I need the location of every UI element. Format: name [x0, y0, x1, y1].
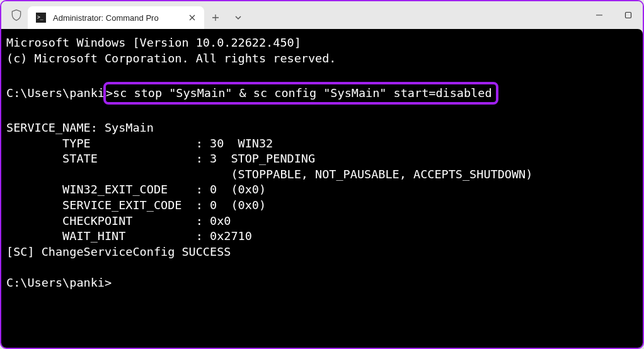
active-tab[interactable]: >_ Administrator: Command Pro: [28, 6, 204, 29]
win32-exit-line: WIN32_EXIT_CODE : 0 (0x0): [6, 183, 266, 196]
cmd-icon: >_: [35, 12, 47, 23]
sc-success-line: [SC] ChangeServiceConfig SUCCESS: [6, 245, 231, 258]
tab-dropdown-button[interactable]: [227, 6, 250, 29]
checkpoint-line: CHECKPOINT : 0x0: [6, 214, 231, 227]
highlighted-command: >sc stop "SysMain" & sc config "SysMain"…: [103, 82, 498, 105]
type-line: TYPE : 30 WIN32: [6, 137, 273, 150]
new-tab-button[interactable]: [204, 6, 227, 29]
state-line: STATE : 3 STOP_PENDING: [6, 152, 315, 165]
tab-title: Administrator: Command Pro: [53, 13, 180, 23]
shield-icon: [9, 8, 24, 23]
service-exit-line: SERVICE_EXIT_CODE : 0 (0x0): [6, 198, 266, 212]
prompt-1-path: C:\Users\panki: [6, 86, 105, 100]
prompt-2: C:\Users\panki>: [6, 276, 112, 289]
titlebar: >_ Administrator: Command Pro: [1, 1, 643, 29]
header-line-1: Microsoft Windows [Version 10.0.22622.45…: [6, 36, 301, 49]
window-controls: [585, 1, 643, 29]
service-name-line: SERVICE_NAME: SysMain: [6, 121, 154, 134]
terminal-output[interactable]: Microsoft Windows [Version 10.0.22622.45…: [1, 29, 643, 348]
svg-text:>_: >_: [37, 14, 43, 20]
maximize-button[interactable]: [614, 3, 643, 27]
header-line-2: (c) Microsoft Corporation. All rights re…: [6, 52, 336, 65]
tab-controls: [204, 1, 250, 29]
wait-hint-line: WAIT_HINT : 0x2710: [6, 229, 252, 243]
minimize-button[interactable]: [585, 3, 614, 27]
tab-close-button[interactable]: [187, 12, 198, 23]
svg-rect-7: [626, 13, 631, 18]
state-flags-line: (STOPPABLE, NOT_PAUSABLE, ACCEPTS_SHUTDO…: [6, 168, 532, 181]
